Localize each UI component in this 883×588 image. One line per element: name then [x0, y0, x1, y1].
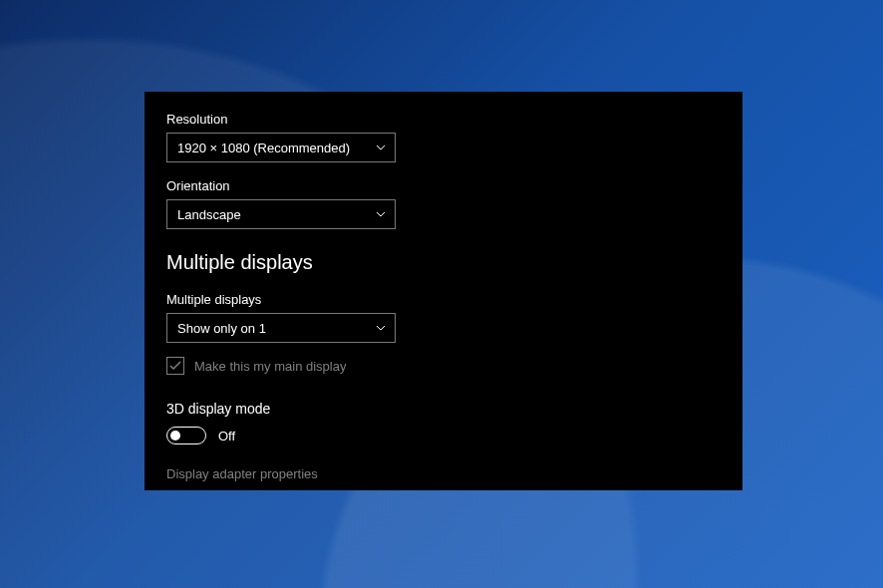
chevron-down-icon — [375, 208, 387, 220]
main-display-checkbox-label: Make this my main display — [194, 359, 346, 374]
display-settings-panel: Resolution 1920 × 1080 (Recommended) Ori… — [145, 92, 742, 490]
checkmark-icon — [169, 361, 181, 371]
multiple-displays-value: Show only on 1 — [177, 321, 266, 336]
threed-heading: 3D display mode — [166, 401, 721, 417]
multiple-displays-dropdown[interactable]: Show only on 1 — [166, 313, 396, 343]
orientation-value: Landscape — [177, 207, 241, 222]
multiple-displays-label: Multiple displays — [166, 292, 721, 307]
orientation-label: Orientation — [166, 178, 721, 193]
display-adapter-link[interactable]: Display adapter properties — [166, 466, 721, 481]
threed-toggle-row: Off — [166, 427, 721, 444]
desktop-background: Resolution 1920 × 1080 (Recommended) Ori… — [0, 0, 883, 588]
toggle-knob-icon — [170, 431, 180, 441]
threed-state: Off — [218, 429, 235, 443]
chevron-down-icon — [375, 142, 387, 153]
threed-toggle[interactable] — [166, 427, 206, 444]
resolution-group: Resolution 1920 × 1080 (Recommended) — [166, 112, 721, 162]
resolution-value: 1920 × 1080 (Recommended) — [177, 141, 350, 155]
resolution-label: Resolution — [166, 112, 721, 127]
chevron-down-icon — [375, 322, 387, 334]
multiple-displays-heading: Multiple displays — [166, 251, 721, 274]
orientation-group: Orientation Landscape — [166, 178, 721, 229]
main-display-checkbox-row: Make this my main display — [166, 357, 721, 375]
orientation-dropdown[interactable]: Landscape — [166, 199, 396, 229]
resolution-dropdown[interactable]: 1920 × 1080 (Recommended) — [166, 133, 396, 162]
main-display-checkbox[interactable] — [166, 357, 184, 375]
multiple-displays-group: Multiple displays Show only on 1 — [166, 292, 721, 343]
